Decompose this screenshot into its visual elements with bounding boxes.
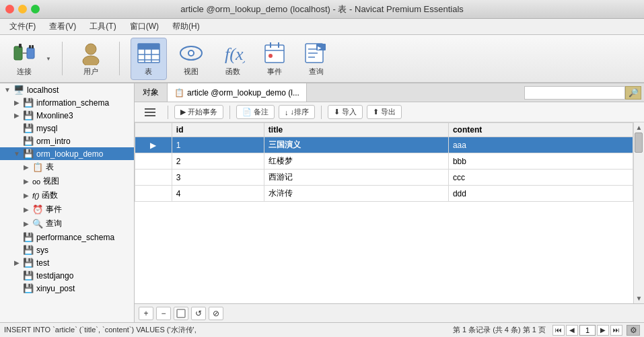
table-label: 表 bbox=[145, 67, 152, 77]
expand-localhost: ▼ bbox=[3, 86, 12, 93]
sidebar-item-orm-lookup-demo[interactable]: ▼ 💾 orm_lookup_demo bbox=[0, 147, 134, 160]
nav-last-btn[interactable]: ⏭ bbox=[610, 325, 622, 336]
toolbar-user[interactable]: 用户 bbox=[73, 38, 108, 79]
sidebar-item-information-schema[interactable]: ▶ 💾 information_schema bbox=[0, 96, 134, 109]
toolbar-connect[interactable]: 连接 bbox=[7, 38, 42, 79]
export-btn[interactable]: ⬆ 导出 bbox=[367, 105, 402, 119]
mysql-label: mysql bbox=[36, 124, 57, 133]
toolbar-table[interactable]: 表 bbox=[131, 38, 167, 80]
cell-title: 三国演义 bbox=[264, 137, 448, 153]
expand-orm-lookup-demo: ▼ bbox=[12, 150, 22, 157]
backup-btn[interactable]: 📄 备注 bbox=[236, 105, 275, 119]
expand-shijian: ▶ bbox=[22, 206, 31, 213]
sidebar-item-chaxun[interactable]: ▶ 🔍 查询 bbox=[0, 217, 134, 231]
data-table: id title content ▶1三国演义aaa2红楼梦bbb3西游记ccc… bbox=[135, 122, 633, 202]
sidebar-item-xinyu-post[interactable]: 💾 xinyu_post bbox=[0, 282, 134, 295]
close-button[interactable] bbox=[5, 5, 14, 13]
localhost-icon: 🖥️ bbox=[13, 85, 24, 95]
menu-view[interactable]: 查看(V) bbox=[44, 20, 81, 34]
biao-label: 表 bbox=[46, 161, 54, 173]
table-row[interactable]: 3西游记ccc bbox=[135, 170, 633, 186]
connect-arrow[interactable]: ▼ bbox=[46, 56, 51, 62]
sidebar-item-biao[interactable]: ▶ 📋 表 bbox=[0, 160, 134, 174]
sort-btn[interactable]: ↓ ↓排序 bbox=[279, 105, 315, 119]
nav-prev-btn[interactable]: ◀ bbox=[566, 325, 578, 336]
sql-text: INSERT INTO `article` (`title`, `content… bbox=[4, 325, 446, 335]
menu-file[interactable]: 文件(F) bbox=[4, 20, 41, 34]
col-header-title[interactable]: title bbox=[264, 123, 448, 137]
sidebar-item-testdjango[interactable]: 💾 testdjango bbox=[0, 269, 134, 282]
col-header-content[interactable]: content bbox=[448, 123, 633, 137]
menu-window[interactable]: 窗口(W) bbox=[124, 20, 164, 34]
toolbar-group-connect: 连接 ▼ bbox=[7, 38, 51, 79]
sidebar-item-localhost[interactable]: ▼ 🖥️ localhost bbox=[0, 83, 134, 96]
biao-icon: 📋 bbox=[32, 162, 43, 172]
col-header-id[interactable]: id bbox=[172, 123, 264, 137]
page-number-input[interactable] bbox=[579, 325, 596, 336]
nav-next-btn[interactable]: ▶ bbox=[597, 325, 609, 336]
article-tab[interactable]: 📋 article @orm_lookup_demo (l... bbox=[168, 83, 307, 102]
subtoolbar-sep-1 bbox=[229, 106, 230, 119]
sidebar-item-mxonline3[interactable]: ▶ 💾 Mxonline3 bbox=[0, 109, 134, 122]
toolbar-view[interactable]: 视图 bbox=[174, 38, 209, 79]
object-tab-label: 对象 bbox=[143, 87, 159, 98]
search-go-button[interactable]: 🔎 bbox=[625, 86, 641, 100]
sidebar-item-test[interactable]: ▶ 💾 test bbox=[0, 256, 134, 269]
toolbar-func[interactable]: f(x) 函数 bbox=[215, 38, 250, 79]
export-icon: ⬆ bbox=[373, 108, 379, 116]
col-header-rowmark bbox=[135, 123, 172, 137]
user-icon bbox=[79, 41, 103, 65]
orm-lookup-demo-label: orm_lookup_demo bbox=[36, 149, 103, 159]
sidebar-item-shijian[interactable]: ▶ ⏰ 事件 bbox=[0, 202, 134, 217]
cell-id: 3 bbox=[172, 170, 264, 186]
menu-icon-btn[interactable] bbox=[139, 106, 162, 119]
svg-point-7 bbox=[83, 56, 99, 65]
sidebar-item-sys[interactable]: 💾 sys bbox=[0, 244, 134, 256]
minimize-button[interactable] bbox=[18, 5, 27, 13]
nav-first-btn[interactable]: ⏮ bbox=[552, 325, 565, 336]
sidebar-item-shitu[interactable]: ▶ oo 视图 bbox=[0, 174, 134, 188]
svg-rect-19 bbox=[265, 45, 284, 63]
vertical-scrollbar[interactable]: ▲ ▼ bbox=[633, 122, 644, 303]
scroll-thumb[interactable] bbox=[635, 133, 643, 153]
nav-controls: ⏮ ◀ ▶ ⏭ ⚙ bbox=[552, 325, 640, 336]
hanshu-label: 函数 bbox=[42, 190, 58, 201]
menu-help[interactable]: 帮助(H) bbox=[167, 20, 205, 34]
sidebar-item-hanshu[interactable]: ▶ f() 函数 bbox=[0, 188, 134, 202]
delete-record-btn[interactable]: − bbox=[156, 307, 171, 320]
object-tab[interactable]: 对象 bbox=[135, 83, 168, 102]
scroll-down-btn[interactable]: ▼ bbox=[635, 293, 644, 303]
svg-point-23 bbox=[269, 54, 273, 58]
cell-title: 水浒传 bbox=[264, 186, 448, 202]
table-row[interactable]: ▶1三国演义aaa bbox=[135, 137, 633, 153]
svg-rect-4 bbox=[29, 45, 31, 48]
sidebar-item-performance-schema[interactable]: 💾 performance_schema bbox=[0, 231, 134, 244]
func-label: 函数 bbox=[225, 67, 240, 77]
add-record-btn[interactable]: + bbox=[139, 307, 153, 320]
search-input[interactable] bbox=[524, 86, 625, 100]
toolbar-query[interactable]: ▶ 查询 bbox=[299, 38, 334, 79]
sys-icon: 💾 bbox=[23, 245, 34, 255]
clear-filter-btn[interactable]: ⊘ bbox=[209, 307, 223, 320]
begin-transaction-btn[interactable]: ▶ 开始事务 bbox=[174, 105, 223, 119]
svg-point-17 bbox=[189, 51, 193, 55]
shijian-icon: ⏰ bbox=[32, 204, 43, 215]
svg-text:▶: ▶ bbox=[318, 44, 322, 51]
backup-icon: 📄 bbox=[242, 108, 252, 116]
table-row[interactable]: 4水浒传ddd bbox=[135, 186, 633, 202]
connect-label: 连接 bbox=[17, 67, 32, 77]
scroll-up-btn[interactable]: ▲ bbox=[635, 122, 644, 133]
import-btn[interactable]: ⬇ 导入 bbox=[328, 105, 363, 119]
menu-tools[interactable]: 工具(T) bbox=[84, 20, 121, 34]
table-row[interactable]: 2红楼梦bbb bbox=[135, 153, 633, 170]
sidebar-item-orm-intro[interactable]: 💾 orm_intro bbox=[0, 135, 134, 147]
maximize-button[interactable] bbox=[31, 5, 40, 13]
edit-record-btn[interactable] bbox=[174, 307, 188, 320]
refresh-btn[interactable]: ↺ bbox=[191, 307, 206, 320]
toolbar-event[interactable]: 事件 bbox=[257, 38, 292, 79]
sidebar-item-mysql[interactable]: 💾 mysql bbox=[0, 122, 134, 135]
expand-performance-schema bbox=[12, 233, 22, 241]
event-label: 事件 bbox=[267, 67, 282, 77]
settings-btn[interactable]: ⚙ bbox=[627, 325, 640, 336]
query-icon: ▶ bbox=[304, 41, 328, 65]
